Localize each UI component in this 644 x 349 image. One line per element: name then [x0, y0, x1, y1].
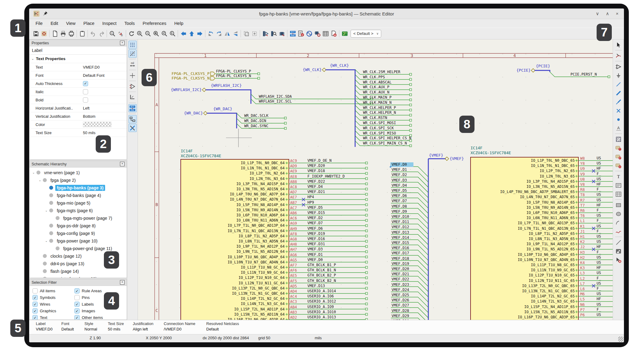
- zoom-selection-icon[interactable]: [168, 29, 176, 38]
- bus-entry[interactable]: [355, 126, 360, 130]
- menu-place[interactable]: Place: [80, 20, 98, 27]
- hier-label-flag[interactable]: [211, 76, 215, 80]
- net-label[interactable]: VMEF.D0: [307, 258, 323, 262]
- print-icon[interactable]: [59, 29, 67, 38]
- bus[interactable]: [207, 113, 237, 128]
- net-label[interactable]: US: [597, 302, 601, 307]
- net-label[interactable]: WR_CLK.SPI_SCK: [363, 126, 394, 130]
- net-label[interactable]: WR_CLK.HELPER_P: [363, 106, 396, 110]
- bus-entry[interactable]: [355, 120, 360, 125]
- net-label[interactable]: WR_CLK.SPI_MOSI: [363, 121, 396, 125]
- hierarchy-item-fpga-config[interactable]: fpga-config (page 9): [29, 229, 127, 237]
- net-label[interactable]: FPGA-PL_CLKSYS_P: [216, 69, 251, 73]
- net-label[interactable]: GTH_BCLK_B2_N: [307, 279, 336, 283]
- net-label[interactable]: VMEF.D22: [392, 277, 409, 281]
- bus-entry[interactable]: [418, 255, 428, 266]
- net-label[interactable]: VMEF.D6: [392, 194, 407, 198]
- bus-entry[interactable]: [355, 105, 360, 110]
- checkbox[interactable]: ✓: [74, 302, 80, 307]
- net-label[interactable]: PCIE.PERST_N: [570, 72, 597, 76]
- net-label[interactable]: WR_CLK.RSTN: [363, 116, 387, 120]
- net-label[interactable]: VMEF.D3: [307, 247, 323, 251]
- net-label[interactable]: VMEF.D10: [392, 215, 409, 219]
- net-label[interactable]: WR_CLK.ABSCAL: [363, 80, 392, 84]
- menu-tools[interactable]: Tools: [121, 20, 138, 27]
- hierarchy-item-fpga-hp-banks[interactable]: fpga-hp-banks (page 3): [29, 184, 127, 191]
- net-label[interactable]: WR_CLK.SPI_MISO: [363, 131, 396, 135]
- net-label[interactable]: VMEF.D4: [307, 185, 323, 189]
- symbol-browser-icon[interactable]: [269, 29, 278, 38]
- bus-entry[interactable]: [237, 118, 242, 123]
- net-label[interactable]: VMEF.D13: [307, 284, 325, 288]
- close-button[interactable]: ×: [616, 11, 618, 16]
- net-label[interactable]: VMEF.D21: [392, 272, 409, 276]
- menu-view[interactable]: View: [63, 20, 79, 27]
- bus-entry[interactable]: [355, 110, 360, 115]
- bus-entry[interactable]: [355, 69, 360, 74]
- close-icon[interactable]: ×: [120, 162, 125, 166]
- net-label[interactable]: US: [597, 177, 601, 181]
- place-power-icon[interactable]: [614, 71, 622, 80]
- rectangle-icon[interactable]: [614, 201, 622, 209]
- net-label[interactable]: US: [597, 192, 601, 197]
- bezier-icon[interactable]: [614, 227, 622, 235]
- net-label[interactable]: VMEF.D12: [392, 225, 409, 229]
- net-label[interactable]: F_: [597, 187, 601, 191]
- bus-entry[interactable]: [418, 188, 428, 198]
- bus[interactable]: [535, 70, 550, 72]
- bus-entry[interactable]: [418, 297, 428, 307]
- color-swatch[interactable]: [83, 122, 111, 127]
- net-label[interactable]: F_: [597, 172, 601, 176]
- rotate-ccw-icon[interactable]: [207, 29, 215, 38]
- schematic-canvas[interactable]: 1234ABCFPGA-PL_CLKSYS_PFPGA-PL_CLKSYS_PF…: [138, 39, 613, 320]
- net-label[interactable]: WR_CLK.HELPER_N: [363, 110, 396, 115]
- net-label[interactable]: VMEF.D20: [392, 267, 409, 271]
- net-label[interactable]: HF: [597, 245, 601, 249]
- checkbox[interactable]: ✓: [33, 308, 38, 313]
- property-value[interactable]: [80, 122, 127, 127]
- select-icon[interactable]: [614, 41, 622, 49]
- net-label[interactable]: VMEF.D0: [392, 162, 407, 167]
- net-label[interactable]: VMEF.D14: [392, 235, 409, 240]
- symbol-editor-icon[interactable]: [261, 29, 269, 38]
- hierarchy-item-fpga-hd-banks[interactable]: fpga-hd-banks (page 4): [29, 191, 127, 199]
- net-label[interactable]: FPGA-PL_CLKSYS_N: [216, 74, 251, 78]
- bus-entry[interactable]: [355, 85, 360, 90]
- nav-up-icon[interactable]: [187, 29, 196, 38]
- symbol-value[interactable]: XCZU4CG-1SFVC784E: [471, 151, 511, 155]
- net-label[interactable]: VMEF.D2: [392, 173, 407, 177]
- hier-bus-label[interactable]: {PCIE}: [516, 68, 531, 73]
- schematic-setup-icon[interactable]: [40, 29, 48, 38]
- filter-graphics[interactable]: ✓Graphics: [33, 308, 74, 313]
- bus-alias-label[interactable]: {WR_CLK}: [330, 63, 349, 68]
- bus-alias-label[interactable]: {PCIE}: [536, 64, 550, 68]
- rotate-cw-icon[interactable]: [215, 29, 223, 38]
- filter-text[interactable]: ✓Text: [33, 315, 74, 320]
- plot-icon[interactable]: [67, 29, 75, 38]
- net-label[interactable]: VMEF.D11: [392, 220, 409, 224]
- bus-entry[interactable]: [251, 99, 256, 104]
- place-symbol-icon[interactable]: [614, 63, 622, 71]
- menu-help[interactable]: Help: [171, 20, 187, 27]
- net-label[interactable]: F_: [597, 286, 601, 291]
- net-label[interactable]: WR_CLK.MAIN_P: [363, 95, 392, 100]
- zoom-in-icon[interactable]: [135, 29, 144, 38]
- bus-entry[interactable]: [418, 307, 428, 318]
- symbol-ref[interactable]: IC14F: [471, 146, 482, 150]
- net-label[interactable]: VMEF.D5: [392, 188, 407, 193]
- net-label[interactable]: VMEF.D21: [307, 190, 325, 194]
- panel-properties-icon[interactable]: [128, 124, 137, 132]
- simulator-icon[interactable]: [305, 29, 313, 38]
- hierarchy-item-fpga[interactable]: ⌄fpga (page 2): [29, 176, 127, 184]
- bus-entry[interactable]: [418, 281, 428, 292]
- net-label[interactable]: HF: [597, 182, 601, 186]
- net-label[interactable]: US: [597, 271, 601, 275]
- menu-inspect[interactable]: Inspect: [99, 20, 120, 27]
- net-label[interactable]: VMEF.D15: [392, 241, 409, 245]
- bus[interactable]: [206, 90, 251, 104]
- filter-symbols[interactable]: ✓Symbols: [33, 295, 74, 300]
- bus-entry[interactable]: [418, 302, 428, 313]
- bus-entry[interactable]: [418, 214, 428, 224]
- checkbox[interactable]: [83, 97, 88, 103]
- net-label[interactable]: VMEF.D16: [392, 246, 409, 250]
